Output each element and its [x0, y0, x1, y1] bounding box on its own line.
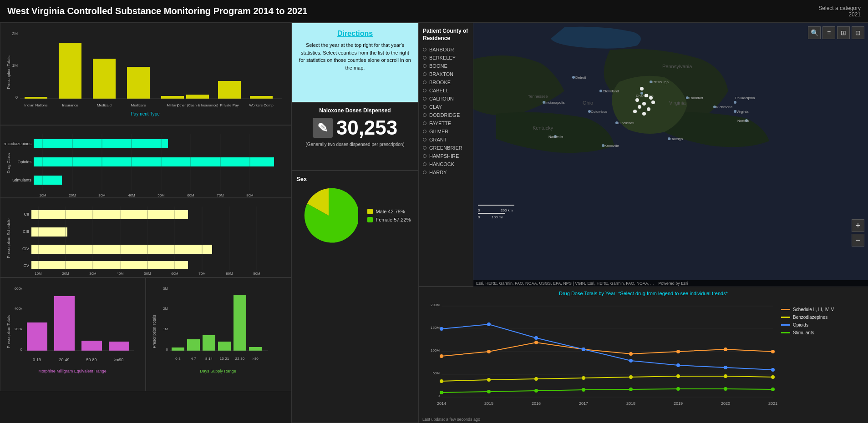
county-name-grant: GRANT [429, 137, 447, 142]
legend-benzo[interactable]: Benzodiazepines [781, 315, 838, 320]
svg-point-201 [771, 368, 775, 372]
county-doddridge[interactable]: DODDRIDGE [419, 111, 473, 119]
svg-text:2016: 2016 [532, 401, 541, 406]
svg-text:15-21: 15-21 [220, 357, 229, 361]
svg-text:0: 0 [166, 347, 168, 352]
map-zoom-out[interactable]: − [852, 234, 864, 247]
schedule-chart: Prescription Schedule 10M 20M 30M 40M 50… [0, 198, 291, 277]
county-name-hancock: HANCOCK [429, 161, 454, 167]
sex-title: Sex [296, 176, 414, 182]
legend-opioids[interactable]: Opioids [781, 322, 838, 327]
county-name-gilmer: GILMER [429, 129, 448, 134]
map-search-btn[interactable]: 🔍 [808, 26, 821, 39]
days-supply-svg: Prescription Totals 3M 2M 1M 0 0-3 4-7 8… [150, 282, 286, 391]
svg-rect-104 [249, 347, 262, 351]
county-grant[interactable]: GRANT [419, 136, 473, 144]
svg-point-203 [487, 390, 491, 393]
directions-text: Select the year at the top right for tha… [298, 41, 412, 71]
legend-schedule[interactable]: Schedule II, III, IV, V [781, 307, 838, 312]
svg-text:Detroit: Detroit [575, 76, 586, 80]
svg-text:0-19: 0-19 [33, 358, 41, 362]
svg-rect-85 [109, 342, 129, 351]
county-bullet-doddridge [423, 113, 426, 117]
county-berkeley[interactable]: BERKELEY [419, 54, 473, 62]
svg-text:40M: 40M [117, 272, 124, 276]
map-fullscreen-btn[interactable]: ⊡ [852, 26, 864, 39]
svg-text:10M: 10M [35, 272, 42, 276]
county-calhoun[interactable]: CALHOUN [419, 95, 473, 103]
naloxone-note: (Generally two doses dispensed per presc… [296, 142, 414, 147]
svg-text:2M: 2M [163, 307, 168, 311]
county-braxton[interactable]: BRAXTON [419, 70, 473, 78]
county-hampshire[interactable]: HAMPSHIRE [419, 152, 473, 160]
svg-text:2018: 2018 [626, 401, 635, 406]
county-barbour[interactable]: BARBOUR [419, 45, 473, 54]
svg-point-209 [771, 388, 775, 391]
svg-text:20M: 20M [69, 193, 76, 197]
svg-rect-59 [31, 227, 67, 237]
map-panel[interactable]: Detroit Cleveland Indianapolis Columbus … [473, 23, 868, 287]
svg-point-146 [635, 98, 639, 102]
sex-legend: Male 42.78% Female 57.22% [367, 209, 411, 222]
svg-point-193 [771, 375, 775, 379]
svg-point-149 [651, 101, 655, 104]
map-grid-btn[interactable]: ⊞ [837, 26, 850, 39]
county-gilmer[interactable]: GILMER [419, 127, 473, 136]
svg-rect-79 [27, 322, 47, 351]
svg-text:0: 0 [20, 347, 23, 352]
svg-text:50-89: 50-89 [86, 358, 96, 362]
svg-text:Stimulants: Stimulants [12, 178, 32, 182]
svg-text:100M: 100M [431, 348, 440, 352]
naloxone-number: 30,253 [336, 116, 398, 139]
map-area: Patient County of Residence BARBOUR BERK… [419, 23, 868, 287]
svg-text:CIII: CIII [23, 229, 29, 234]
naloxone-box: Naloxone Doses Dispensed ✎ 30,253 (Gener… [291, 102, 419, 171]
sex-box: Sex Male 42.78% Female 57. [291, 171, 419, 423]
female-legend-item: Female 57.22% [367, 217, 411, 222]
female-label: Female 57.22% [376, 217, 411, 222]
svg-text:2M: 2M [12, 31, 18, 36]
svg-text:Other (Cash & Insurance): Other (Cash & Insurance) [177, 103, 218, 107]
svg-text:3M: 3M [163, 287, 168, 291]
legend-benzo-label: Benzodiazepines [793, 315, 827, 320]
svg-point-208 [724, 387, 727, 391]
svg-text:CV: CV [23, 263, 29, 268]
svg-text:150M: 150M [431, 326, 440, 330]
county-cabell[interactable]: CABELL [419, 86, 473, 95]
county-name-doddridge: DODDRIDGE [429, 112, 460, 118]
county-bullet-berkeley [423, 56, 426, 60]
county-hardy[interactable]: HARDY [419, 168, 473, 176]
svg-text:Prescription Totals: Prescription Totals [6, 315, 11, 348]
svg-text:Ohio: Ohio [583, 100, 593, 106]
county-clay[interactable]: CLAY [419, 103, 473, 111]
legend-schedule-label: Schedule II, III, IV, V [793, 307, 834, 312]
svg-point-197 [582, 347, 585, 351]
svg-text:400k: 400k [15, 307, 23, 311]
map-list-btn[interactable]: ≡ [822, 26, 835, 39]
svg-rect-6 [59, 43, 81, 99]
county-boone[interactable]: BOONE [419, 62, 473, 70]
county-fayette[interactable]: FAYETTE [419, 119, 473, 127]
county-hancock[interactable]: HANCOCK [419, 160, 473, 168]
svg-point-133 [734, 101, 736, 104]
county-greenbrier[interactable]: GREENBRIER [419, 144, 473, 152]
svg-point-185 [771, 350, 775, 353]
svg-rect-14 [186, 95, 209, 99]
legend-opioids-label: Opioids [793, 322, 808, 327]
county-name-hardy: HARDY [429, 170, 447, 175]
svg-text:50M: 50M [157, 193, 165, 197]
svg-point-178 [440, 354, 443, 358]
select-category-label[interactable]: Select a category [818, 5, 861, 11]
svg-text:2017: 2017 [579, 401, 588, 406]
svg-point-153 [642, 112, 646, 116]
svg-text:80M: 80M [226, 272, 233, 276]
svg-text:0: 0 [478, 215, 480, 219]
legend-stimulants[interactable]: Stimulants [781, 330, 838, 335]
mme-chart-svg: Prescription Totals 600k 400k 200k 0 0-1… [4, 282, 141, 391]
county-brooke[interactable]: BROOKE [419, 78, 473, 86]
map-zoom-in[interactable]: + [852, 219, 864, 232]
line-chart-legend: Schedule II, III, IV, V Benzodiazepines … [777, 298, 841, 416]
directions-title: Directions [298, 30, 412, 38]
county-panel[interactable]: Patient County of Residence BARBOUR BERK… [419, 23, 473, 287]
svg-text:200M: 200M [431, 303, 440, 307]
